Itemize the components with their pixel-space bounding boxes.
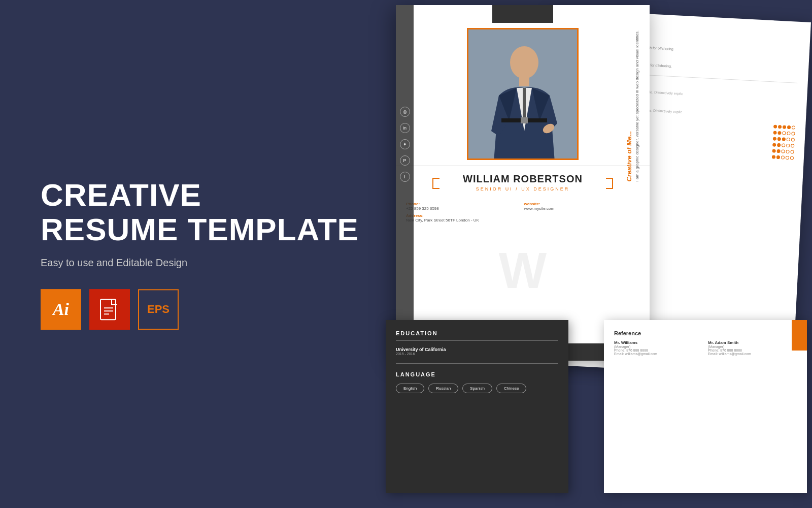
skill-dot [782, 144, 785, 147]
study-period: 2015 - 2016 [396, 352, 558, 356]
ai-label: Ai [53, 300, 69, 320]
eps-badge: EPS [138, 290, 179, 330]
ref-email: Email: williams@gmail.com [614, 352, 703, 356]
ref-name: Mr. Adam Smith [708, 340, 797, 345]
resume-bottom-left-page: EDUCATION University of California 2015 … [386, 320, 568, 493]
skill-dot [792, 126, 795, 130]
skill-dot [777, 143, 781, 147]
skill-dot [783, 125, 786, 129]
skill-dot [778, 125, 782, 129]
ref-role: (Manager) [614, 345, 703, 348]
twitter-icon: ✦ [400, 139, 410, 149]
left-panel: CREATIVE RESUME TEMPLATE Easy to use and… [41, 178, 359, 330]
linkedin-icon: in [400, 123, 410, 133]
ref-email: Email: williams@gmail.com [708, 352, 797, 356]
website-label: website: [524, 202, 640, 206]
svg-rect-11 [521, 117, 528, 123]
education-title: EDUCATION [396, 330, 558, 341]
skill-dot [786, 144, 790, 147]
software-badges: Ai EPS [41, 290, 359, 330]
skill-dot [790, 150, 794, 154]
skill-dot [772, 155, 775, 159]
skill-dots [773, 125, 795, 130]
reference-person: Mr. Adam Smith (Manager) Phone: 876 888 … [708, 340, 797, 356]
phone-value: +25 859 325 6598 [406, 206, 522, 211]
side-rotated-text: Creative of Me... I am a graphic designe… [625, 30, 642, 182]
skill-dot [781, 150, 785, 153]
university-name: University of California [396, 347, 558, 352]
watermark: W [499, 241, 547, 300]
acrobat-badge [89, 290, 130, 330]
ref-phone: Phone: 876 888 8888 [708, 348, 797, 352]
right-bracket [588, 182, 613, 183]
skill-dot [776, 149, 780, 153]
svg-rect-7 [519, 76, 529, 86]
skill-dot [791, 132, 795, 136]
photo-frame [467, 28, 579, 160]
subtitle: Easy to use and Editable Design [41, 258, 359, 269]
skill-dots [773, 131, 795, 136]
person-silhouette [468, 29, 579, 160]
resume-bottom-right-page: Reference Mr. Williams (Manager) Phone: … [604, 320, 807, 493]
person-photo [468, 29, 577, 158]
creative-tagline: Creative of Me... [625, 131, 633, 182]
top-dark-bar [492, 5, 553, 23]
language-badge: Spanish [462, 384, 492, 393]
orange-accent [792, 320, 807, 351]
address-value: New City, Park Street 56TF London - UK [406, 218, 522, 223]
resume-front-page: ◎ in ✦ P f Creative of Me... I am a grap… [396, 5, 650, 361]
language-badges: EnglishRussianSpanishChinese [396, 384, 558, 393]
skill-dot [790, 156, 794, 160]
ref-name: Mr. Williams [614, 340, 703, 345]
refs-grid: Mr. Williams (Manager) Phone: 876 888 88… [614, 340, 797, 356]
name-section: WILLIAM ROBERTSON SENIOR UI / UX DESIGNE… [396, 165, 650, 197]
facebook-icon: f [400, 172, 410, 182]
skill-dots [772, 155, 794, 160]
ref-phone: Phone: 876 888 8888 [614, 348, 703, 352]
skill-dot [781, 156, 785, 160]
skill-dots [772, 143, 794, 148]
acrobat-icon [99, 298, 120, 322]
candidate-name: WILLIAM ROBERTSON [463, 173, 583, 185]
skill-dot [773, 131, 776, 135]
svg-rect-0 [100, 300, 116, 320]
skill-dot [777, 131, 781, 135]
language-section: LANGUAGE EnglishRussianSpanishChinese [396, 363, 558, 393]
name-brackets: WILLIAM ROBERTSON SENIOR UI / UX DESIGNE… [406, 173, 639, 192]
profession-description: I am a graphic designer, versatile yet s… [635, 30, 640, 182]
skill-dot [787, 138, 790, 141]
ref-role: (Manager) [708, 345, 797, 348]
main-title: CREATIVE RESUME TEMPLATE [41, 178, 359, 247]
skill-dots [773, 137, 795, 142]
language-badge: Russian [428, 384, 458, 393]
contact-info: Phone: +25 859 325 6598 website: www.mys… [396, 197, 650, 228]
pinterest-icon: P [400, 155, 410, 166]
reference-section: Reference Mr. Williams (Manager) Phone: … [614, 330, 797, 356]
skill-dot [772, 149, 775, 153]
phone-label: Phone: [406, 202, 522, 206]
language-badge: Chinese [496, 384, 526, 393]
skill-dot [786, 150, 789, 153]
instagram-icon: ◎ [400, 107, 410, 117]
candidate-title: SENIOR UI / UX DESIGNER [463, 186, 583, 192]
skill-dot [776, 155, 780, 159]
skill-dot [791, 144, 794, 148]
svg-point-6 [510, 46, 538, 79]
reference-title: Reference [614, 330, 797, 336]
skill-dot [777, 137, 781, 141]
skill-dots [772, 149, 794, 154]
skill-dot [782, 138, 786, 141]
social-sidebar: ◎ in ✦ P f [396, 5, 414, 361]
website-value: www.mysite.com [524, 206, 640, 211]
eps-label: EPS [147, 303, 170, 316]
resume-mockups: ces 🚀 SEO optimization User generated co… [355, 0, 812, 508]
address-label: Address: [406, 213, 522, 218]
language-title: LANGUAGE [396, 371, 558, 377]
skill-dot [787, 132, 790, 135]
reference-person: Mr. Williams (Manager) Phone: 876 888 88… [614, 340, 703, 356]
skill-dot [787, 125, 791, 129]
left-bracket [432, 182, 458, 183]
illustrator-badge: Ai [41, 290, 81, 330]
language-badge: English [396, 384, 424, 393]
skill-dot [791, 138, 795, 142]
